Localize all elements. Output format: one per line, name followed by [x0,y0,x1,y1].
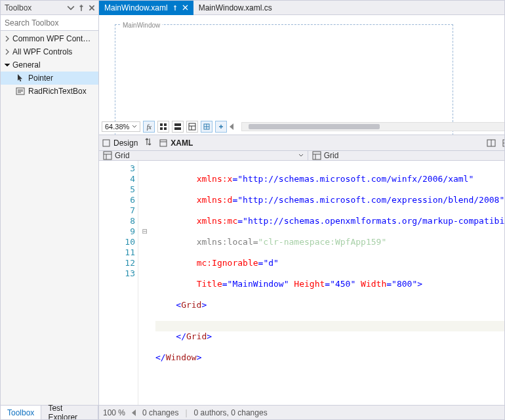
element-dropdown-left[interactable]: Grid [99,151,308,160]
pin-icon[interactable] [77,4,85,12]
category-all-wpf[interactable]: All WPF Controls [1,45,98,58]
scroll-left-icon[interactable] [132,410,136,416]
zoom-value: 64.38% [105,123,129,131]
xaml-designer[interactable]: MainWindow 64.38% fx Design [99,15,505,150]
layout-button[interactable] [186,121,198,133]
tool-label: Pointer [28,74,53,83]
zoom-level-dropdown[interactable]: 64.38% [102,121,140,132]
fold-gutter[interactable]: ⊟ [138,161,152,405]
doc-tab-label: MainWindow.xaml.cs [199,3,272,12]
code-content[interactable]: xmlns:x="http://schemas.microsoft.com/wi… [152,161,505,405]
element-breadcrumb-row: Grid Grid [99,150,505,161]
design-pane-tab[interactable]: Design [102,138,138,148]
designer-zoom-toolbar: 64.38% fx [102,120,505,133]
cursor-icon [15,74,26,83]
xaml-icon [159,138,168,148]
textbox-icon [15,87,26,96]
toolbox-bottom-tabs: Toolbox Test Explorer [1,405,98,419]
svg-rect-11 [160,140,167,146]
xaml-label: XAML [171,138,193,148]
chevron-right-icon [3,48,11,56]
editor-statusbar: 100 % 0 changes | 0 authors, 0 changes [99,405,505,419]
element-dropdown-right[interactable]: Grid [308,151,505,160]
svg-rect-7 [174,127,181,130]
toolbox-header: Toolbox [1,1,98,15]
tab-label: Toolbox [7,408,34,417]
design-window-title: MainWindow [121,22,162,29]
tool-label: RadRichTextBox [28,87,87,96]
toolbox-panel: Toolbox Common WPF Cont… All WPF Control… [1,1,99,419]
svg-rect-8 [189,123,195,130]
scroll-left-icon[interactable] [230,123,233,130]
svg-rect-3 [164,123,167,126]
category-general[interactable]: General [1,58,98,72]
doc-tab-mainwindow-xaml-cs[interactable]: MainWindow.xaml.cs [193,1,277,15]
split-vertical-icon[interactable] [502,138,505,148]
tab-label: Test Explorer [48,404,91,421]
svg-rect-14 [104,152,111,159]
design-label: Design [113,138,138,148]
design-xaml-splitter: Design XAML [99,135,505,150]
chevron-right-icon [3,35,11,43]
designer-horizontal-scrollbar[interactable] [241,122,505,131]
category-common-wpf[interactable]: Common WPF Cont… [1,32,98,45]
close-icon[interactable] [88,4,96,12]
document-tabs: MainWindow.xaml MainWindow.xaml.cs [99,1,505,15]
selection-sync-button[interactable] [215,121,227,133]
svg-rect-10 [103,140,110,146]
category-label: General [12,60,41,70]
dropdown-value: Grid [115,151,130,160]
auto-layout-button[interactable] [201,121,212,133]
split-horizontal-icon[interactable] [487,138,496,148]
xaml-code-editor[interactable]: 3 4 5 6 7 8 9 10 11 12 13 ⊟ xmlns:x="htt… [99,161,505,419]
authors-indicator[interactable]: 0 authors, 0 changes [194,408,268,417]
close-icon[interactable] [182,5,188,10]
svg-rect-2 [160,123,163,126]
toolbox-search-row [1,15,98,31]
svg-rect-4 [160,127,163,130]
changes-indicator[interactable]: 0 changes [142,408,178,417]
pin-icon[interactable] [172,5,178,11]
toolbox-tree: Common WPF Cont… All WPF Controls Genera… [1,31,98,405]
tool-radrichtextbox[interactable]: RadRichTextBox [1,85,98,98]
toolbox-title: Toolbox [5,3,31,12]
dropdown-value: Grid [324,151,339,160]
svg-rect-6 [174,123,181,126]
editor-zoom[interactable]: 100 % [103,408,125,417]
grid-snap-button[interactable] [157,121,169,133]
tab-test-explorer[interactable]: Test Explorer [41,406,98,419]
swap-panes-icon[interactable] [144,137,152,148]
doc-tab-mainwindow-xaml[interactable]: MainWindow.xaml [99,1,193,15]
main-area: MainWindow.xaml MainWindow.xaml.cs MainW… [99,1,505,419]
category-label: Common WPF Cont… [12,34,91,43]
window-menu-icon[interactable] [67,4,75,12]
category-label: All WPF Controls [12,47,72,56]
doc-tab-label: MainWindow.xaml [104,3,168,12]
line-number-gutter: 3 4 5 6 7 8 9 10 11 12 13 [99,161,138,405]
chevron-down-icon [3,61,11,69]
toolbox-search-input[interactable] [1,17,107,29]
tab-toolbox[interactable]: Toolbox [1,406,41,419]
scrollbar-thumb[interactable] [249,124,380,129]
tool-pointer[interactable]: Pointer [1,72,98,85]
separator: | [185,408,187,417]
xaml-pane-tab[interactable]: XAML [159,138,193,148]
svg-rect-5 [164,127,167,130]
svg-rect-15 [313,152,321,159]
effects-toggle-button[interactable]: fx [143,121,155,133]
design-icon [102,138,111,148]
snaplines-button[interactable] [172,121,184,133]
